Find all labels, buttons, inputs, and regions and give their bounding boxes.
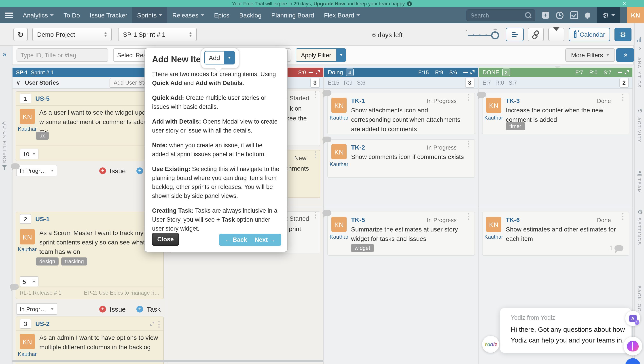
chevron-right-icon[interactable]: ›	[639, 45, 641, 52]
settings-menu[interactable]: ⚙	[597, 7, 620, 23]
nav-backlog[interactable]: Backlog	[234, 7, 266, 23]
tasks-icon[interactable]	[570, 11, 578, 19]
task-id-link[interactable]: TK-5	[351, 216, 365, 223]
nav-todo[interactable]: To Do	[58, 7, 85, 23]
card-menu-icon[interactable]	[315, 91, 316, 93]
team-icon[interactable]	[637, 171, 642, 175]
user-avatar[interactable]: KN	[627, 7, 644, 23]
rail-team[interactable]: TEAM	[637, 178, 642, 194]
assignee-name[interactable]: Kauthar	[484, 234, 503, 240]
calendar-button[interactable]: Calendar	[569, 28, 610, 41]
translate-button[interactable]: A	[625, 311, 640, 326]
nav-analytics[interactable]: Analytics	[18, 7, 58, 23]
gear-icon[interactable]: ⚙	[637, 208, 643, 215]
comments-icon[interactable]	[322, 136, 332, 142]
rail-analytics[interactable]: ANALYTICS	[637, 57, 642, 88]
upgrade-now-link[interactable]: Upgrade Now	[314, 1, 345, 6]
detail-view-toggle[interactable]	[506, 28, 524, 41]
zoom-out-label[interactable]: -	[466, 27, 467, 33]
chart-icon[interactable]	[637, 34, 642, 42]
quick-filter-icon[interactable]	[2, 165, 7, 170]
assignee-name[interactable]: Kauthar	[330, 234, 348, 240]
collapse-column-icon[interactable]	[618, 72, 622, 73]
task-card-tk3[interactable]: KN Kauthar TK-3 Done Increase the counte…	[482, 93, 629, 134]
assignee-name[interactable]: Kauthar	[330, 115, 348, 121]
card-menu-icon[interactable]	[468, 141, 469, 142]
card-menu-icon[interactable]	[622, 94, 624, 95]
menu-button[interactable]	[0, 7, 18, 23]
tag-chip[interactable]: timer	[506, 122, 525, 130]
pin-icon[interactable]	[316, 70, 320, 74]
pin-icon[interactable]	[625, 70, 629, 74]
collapse-filters-button[interactable]: »	[616, 48, 634, 62]
filter-search-input[interactable]	[16, 48, 108, 62]
add-issue-icon[interactable]: +	[100, 167, 106, 174]
card-menu-icon[interactable]	[315, 212, 316, 213]
assignee-name[interactable]: Kauthar	[18, 246, 37, 253]
add-issue-button[interactable]: Issue	[110, 305, 126, 313]
comments-group[interactable]: 1	[610, 245, 624, 252]
story-card-us2[interactable]: 3 US-2 KN Kauthar As an admin I want to …	[16, 316, 164, 364]
card-menu-icon[interactable]	[622, 213, 624, 215]
comments-icon[interactable]	[322, 90, 332, 96]
card-menu-icon[interactable]	[468, 213, 469, 215]
add-task-icon[interactable]: +	[136, 306, 143, 312]
task-card-tk5[interactable]: KN Kauthar TK-5 In Progress Summarize th…	[327, 212, 475, 256]
rail-backlog[interactable]: BACKLOG	[637, 286, 642, 312]
assignee-name[interactable]: Kauthar	[484, 115, 503, 121]
apply-filter-dropdown[interactable]	[336, 48, 346, 62]
pin-icon[interactable]	[470, 70, 474, 74]
horizontal-scrollbar[interactable]	[12, 360, 323, 362]
link-button[interactable]	[528, 28, 544, 41]
info-icon[interactable]: i	[407, 1, 412, 6]
quick-filters-label[interactable]: QUICK FILTERS	[2, 121, 7, 164]
back-button[interactable]: ← Back	[225, 236, 247, 243]
timer-icon[interactable]	[556, 12, 564, 19]
status-select[interactable]: In Progr…	[16, 303, 57, 315]
close-button[interactable]: Close	[152, 233, 179, 246]
more-filters-button[interactable]: More Filters	[565, 48, 615, 62]
tag-chip[interactable]: widget	[351, 244, 374, 252]
collapse-column-icon[interactable]	[308, 72, 313, 73]
release-label[interactable]: RL-1 Release # 1	[20, 290, 62, 296]
next-button[interactable]: Next →	[255, 236, 276, 243]
task-card-tk6[interactable]: KN Kauthar TK-6 Done Show estimates and …	[482, 212, 629, 256]
apply-filter-button[interactable]: Apply Filter	[296, 48, 336, 62]
quick-add-icon[interactable]: +	[542, 12, 549, 19]
story-card-us5[interactable]: 1 US-5 KN Kauthar As a user I want to se…	[16, 91, 164, 161]
comments-icon[interactable]	[11, 163, 20, 169]
refresh-button[interactable]: ↻	[14, 28, 28, 41]
banner-close-icon[interactable]: ×	[623, 0, 626, 7]
pin-icon[interactable]	[150, 322, 154, 326]
add-issue-button[interactable]: Issue	[110, 167, 126, 174]
card-menu-icon[interactable]	[158, 321, 160, 322]
story-card-us1[interactable]: 2 US-1 KN Kauthar As a Scrum Master I wa…	[16, 212, 164, 299]
nav-flex-board[interactable]: Flex Board	[319, 7, 365, 23]
nav-planning-board[interactable]: Planning Board	[266, 7, 319, 23]
section-caret-icon[interactable]: ∨	[16, 79, 20, 86]
activity-icon[interactable]: ↺	[638, 107, 643, 114]
chat-popup[interactable]: Yodiz from Yodiz Hi there, Got any quest…	[500, 308, 632, 353]
task-id-link[interactable]: TK-3	[506, 97, 520, 104]
task-card-tk1[interactable]: KN Kauthar TK-1 In Progress Show attachm…	[327, 93, 475, 134]
nav-epics[interactable]: Epics	[209, 7, 234, 23]
rail-settings[interactable]: SETTINGS	[637, 218, 642, 245]
task-card-tk2[interactable]: KN Kauthar TK-2 In Progress Show comment…	[327, 139, 475, 178]
tag-chips[interactable]: design tracking	[36, 257, 88, 266]
add-dropdown-button[interactable]	[224, 51, 235, 65]
zoom-slider-knob[interactable]	[491, 31, 499, 39]
tag-chip[interactable]: ux	[36, 131, 48, 140]
assignee-name[interactable]: Kauthar	[18, 351, 37, 357]
task-id-link[interactable]: TK-1	[351, 97, 365, 104]
collapse-column-icon[interactable]	[463, 72, 468, 73]
nav-issue-tracker[interactable]: Issue Tracker	[85, 7, 132, 23]
status-select[interactable]: In Progr…	[16, 165, 57, 176]
sprint-select[interactable]: SP-1 Sprint # 1	[118, 28, 197, 41]
add-task-button[interactable]: Task	[147, 305, 160, 313]
search-input[interactable]	[467, 10, 535, 21]
task-id-link[interactable]: TK-6	[506, 216, 520, 223]
filter-button[interactable]	[548, 28, 564, 41]
card-menu-icon[interactable]	[315, 151, 316, 153]
add-task-icon[interactable]: +	[136, 167, 143, 174]
nav-sprints[interactable]: Sprints	[132, 7, 167, 23]
